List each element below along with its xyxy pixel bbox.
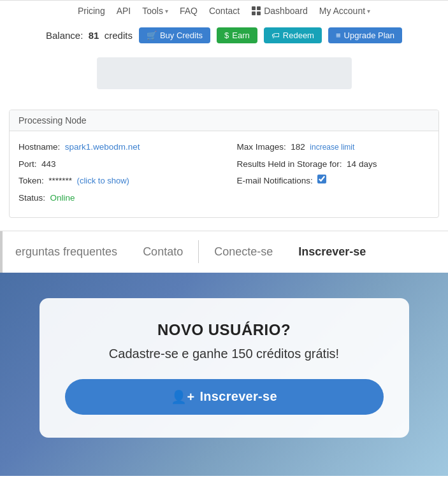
nav-contact[interactable]: Contact (209, 6, 240, 16)
balance-unit: credits (105, 30, 133, 41)
storage-label: Results Held in Storage for: (237, 159, 342, 169)
bottom-navigation: erguntas frequentes Contato Conecte-se I… (0, 231, 448, 273)
hero-card: NOVO USUÁRIO? Cadastre-se e ganhe 150 cr… (40, 298, 409, 438)
my-account-caret-icon: ▾ (367, 8, 370, 15)
nav-faq[interactable]: FAQ (180, 6, 198, 16)
tools-caret-icon: ▾ (165, 8, 168, 15)
status-value: Online (50, 193, 75, 203)
earn-label: Earn (232, 31, 249, 40)
port-label: Port: (18, 159, 37, 169)
max-images-row: Max Images: 182 increase limit (237, 140, 430, 154)
hostname-row: Hostname: spark1.webodm.net (18, 140, 212, 154)
svg-rect-1 (257, 6, 261, 10)
max-images-value: 182 (291, 142, 305, 152)
bottom-nav-items: erguntas frequentes Contato Conecte-se I… (3, 240, 448, 264)
buy-credits-icon: 🛒 (147, 31, 157, 40)
status-row: Status: Online (18, 191, 212, 205)
buy-credits-button[interactable]: 🛒 Buy Credits (139, 27, 210, 43)
hero-section: NOVO USUÁRIO? Cadastre-se e ganhe 150 cr… (0, 273, 448, 476)
top-navigation: Pricing API Tools ▾ FAQ Contact Dashboar… (0, 0, 448, 21)
svg-rect-3 (257, 11, 261, 15)
earn-icon: $ (224, 31, 229, 40)
token-reveal-link[interactable]: (click to show) (77, 176, 129, 185)
nav-my-account-label: My Account (319, 6, 365, 16)
register-button[interactable]: 👤+ Inscrever-se (65, 379, 384, 415)
upgrade-label: Upgrade Plan (344, 31, 395, 40)
node-right-column: Max Images: 182 increase limit Results H… (237, 140, 430, 208)
nav-tools-label: Tools (142, 6, 163, 16)
nav-dashboard[interactable]: Dashboard (251, 6, 308, 16)
storage-row: Results Held in Storage for: 14 days (237, 157, 430, 171)
register-button-label: Inscrever-se (199, 389, 277, 404)
token-row: Token: ******* (click to show) (18, 174, 212, 188)
email-notifications-label: E-mail Notifications: (237, 176, 313, 185)
nav-my-account-dropdown[interactable]: My Account ▾ (319, 6, 370, 16)
hero-title: NOVO USUÁRIO? (65, 321, 384, 339)
nav-pricing[interactable]: Pricing (78, 6, 105, 16)
email-notifications-row: E-mail Notifications: (237, 174, 430, 188)
buy-credits-label: Buy Credits (160, 31, 203, 40)
bottom-nav-register[interactable]: Inscrever-se (285, 240, 379, 264)
upgrade-button[interactable]: ≡ Upgrade Plan (328, 27, 402, 43)
redeem-icon: 🏷 (271, 31, 280, 40)
processing-node-header: Processing Node (10, 110, 438, 131)
processing-node-title: Processing Node (18, 115, 87, 126)
port-value: 443 (41, 159, 56, 169)
storage-value: 14 days (347, 159, 377, 169)
email-notifications-checkbox[interactable] (317, 175, 326, 183)
nav-divider (198, 240, 199, 263)
gray-placeholder (97, 57, 352, 89)
hostname-label: Hostname: (18, 142, 60, 152)
redeem-button[interactable]: 🏷 Redeem (264, 27, 322, 43)
node-left-column: Hostname: spark1.webodm.net Port: 443 To… (18, 140, 212, 208)
redeem-label: Redeem (283, 31, 314, 40)
upgrade-icon: ≡ (336, 31, 341, 40)
nav-api[interactable]: API (117, 6, 131, 16)
bottom-nav-faq[interactable]: erguntas frequentes (3, 240, 130, 264)
hostname-value[interactable]: spark1.webodm.net (65, 142, 140, 152)
processing-node-card: Processing Node Hostname: spark1.webodm.… (9, 110, 439, 218)
svg-rect-2 (252, 11, 256, 15)
max-images-label: Max Images: (237, 142, 286, 152)
hero-subtitle: Cadastre-se e ganhe 150 créditos grátis! (65, 347, 384, 361)
bottom-nav-contact[interactable]: Contato (130, 240, 196, 264)
balance-text: Balance: 81 credits (46, 30, 133, 41)
balance-bar: Balance: 81 credits 🛒 Buy Credits $ Earn… (0, 21, 448, 50)
increase-limit-link[interactable]: increase limit (310, 143, 354, 152)
dashboard-label: Dashboard (264, 6, 308, 16)
balance-label: Balance: (46, 30, 83, 41)
nav-tools-dropdown[interactable]: Tools ▾ (142, 6, 168, 16)
port-row: Port: 443 (18, 157, 212, 171)
token-masked: ******* (48, 176, 72, 185)
dashboard-icon (251, 6, 261, 16)
earn-button[interactable]: $ Earn (217, 27, 257, 43)
status-label: Status: (18, 193, 45, 203)
bottom-nav-connect[interactable]: Conecte-se (201, 240, 285, 264)
svg-rect-0 (252, 6, 256, 10)
user-plus-icon: 👤+ (171, 389, 194, 405)
token-label: Token: (18, 176, 44, 185)
balance-amount: 81 (89, 30, 99, 41)
processing-node-body: Hostname: spark1.webodm.net Port: 443 To… (10, 131, 438, 217)
